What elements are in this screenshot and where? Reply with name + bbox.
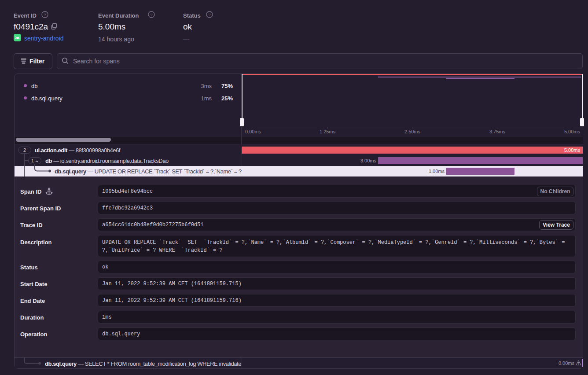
svg-text:?: ? xyxy=(150,12,152,17)
svg-text:?: ? xyxy=(208,12,210,17)
svg-text:?: ? xyxy=(44,12,46,17)
